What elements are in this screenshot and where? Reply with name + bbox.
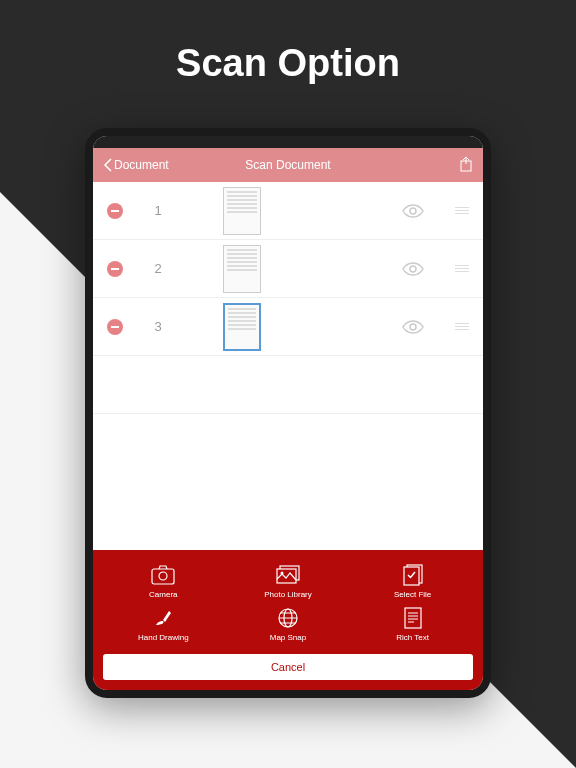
document-row[interactable]: 1 [93, 182, 483, 240]
photo-library-option[interactable]: Photo Library [228, 564, 349, 599]
eye-icon [401, 315, 425, 339]
map-snap-label: Map Snap [270, 633, 306, 642]
document-thumbnail[interactable] [223, 245, 261, 293]
scan-action-sheet: Camera Photo Library [93, 550, 483, 690]
drag-handle[interactable] [455, 265, 469, 272]
camera-icon [151, 564, 175, 586]
rich-text-icon [401, 607, 425, 629]
document-list: 1 2 [93, 182, 483, 414]
back-label: Document [114, 158, 169, 172]
delete-button[interactable] [107, 203, 123, 219]
drag-handle[interactable] [455, 323, 469, 330]
preview-button[interactable] [401, 199, 425, 223]
photo-library-icon [276, 564, 300, 586]
empty-row [93, 356, 483, 414]
status-bar [93, 136, 483, 148]
eye-icon [401, 199, 425, 223]
svg-point-5 [159, 572, 167, 580]
device-frame: Document Scan Document 1 [85, 128, 491, 698]
map-snap-option[interactable]: Map Snap [228, 607, 349, 642]
svg-rect-13 [405, 608, 421, 628]
delete-button[interactable] [107, 319, 123, 335]
svg-point-1 [410, 208, 416, 214]
document-row[interactable]: 2 [93, 240, 483, 298]
document-thumbnail[interactable] [223, 303, 261, 351]
row-number: 1 [123, 203, 193, 218]
select-file-label: Select File [394, 590, 431, 599]
nav-bar: Document Scan Document [93, 148, 483, 182]
preview-button[interactable] [401, 257, 425, 281]
preview-button[interactable] [401, 315, 425, 339]
hand-drawing-option[interactable]: Hand Drawing [103, 607, 224, 642]
select-file-icon [401, 564, 425, 586]
row-number: 2 [123, 261, 193, 276]
hand-drawing-icon [151, 607, 175, 629]
svg-rect-4 [152, 569, 174, 584]
globe-icon [276, 607, 300, 629]
svg-point-2 [410, 266, 416, 272]
promo-title: Scan Option [0, 42, 576, 85]
delete-button[interactable] [107, 261, 123, 277]
chevron-left-icon [103, 158, 112, 172]
select-file-option[interactable]: Select File [352, 564, 473, 599]
share-button[interactable] [459, 156, 473, 175]
back-button[interactable]: Document [103, 158, 169, 172]
rich-text-label: Rich Text [396, 633, 429, 642]
share-icon [459, 156, 473, 172]
drag-handle[interactable] [455, 207, 469, 214]
document-row[interactable]: 3 [93, 298, 483, 356]
eye-icon [401, 257, 425, 281]
hand-drawing-label: Hand Drawing [138, 633, 189, 642]
camera-option[interactable]: Camera [103, 564, 224, 599]
camera-label: Camera [149, 590, 177, 599]
nav-title: Scan Document [245, 158, 330, 172]
photo-library-label: Photo Library [264, 590, 312, 599]
rich-text-option[interactable]: Rich Text [352, 607, 473, 642]
cancel-button[interactable]: Cancel [103, 654, 473, 680]
document-thumbnail[interactable] [223, 187, 261, 235]
svg-point-3 [410, 324, 416, 330]
row-number: 3 [123, 319, 193, 334]
svg-point-8 [280, 572, 283, 575]
